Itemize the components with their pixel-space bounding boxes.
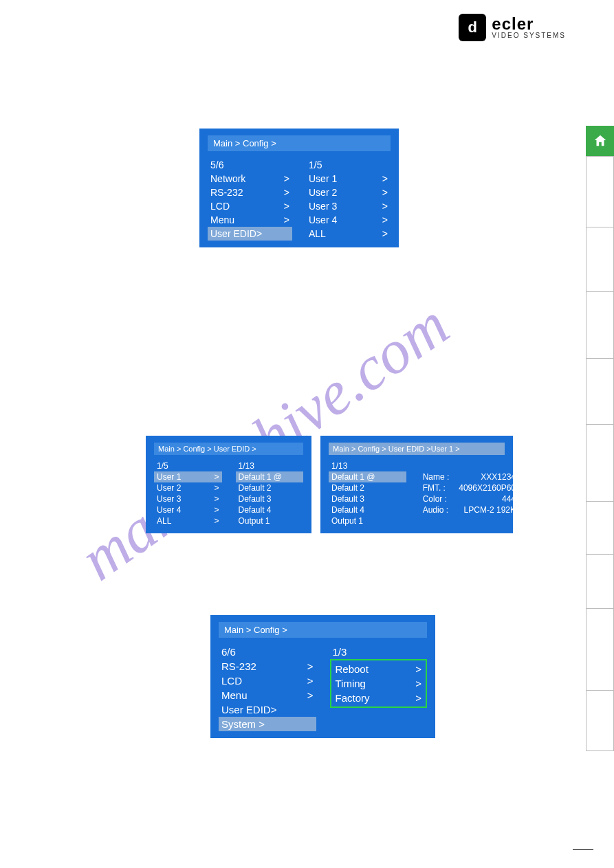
home-icon: [593, 133, 608, 148]
left-column: 5/6 Network>RS-232>LCD>Menu>User EDID>: [208, 158, 292, 241]
detail-row: Name :XXX1234: [420, 471, 518, 482]
chevron-right-icon: >: [378, 228, 388, 239]
default-select-item[interactable]: Default 2: [236, 482, 304, 493]
config-menu-label: Network: [210, 173, 280, 184]
home-button[interactable]: [586, 126, 614, 156]
detail-key: Color :: [423, 494, 447, 504]
config-user-edid-panel: Main > Config > 5/6 Network>RS-232>LCD>M…: [199, 129, 399, 247]
default-select-label: Default 3: [239, 494, 272, 504]
chevron-right-icon: >: [280, 187, 289, 198]
system-option-label: Factory: [336, 692, 370, 704]
sidebar-item-9[interactable]: [586, 691, 614, 751]
user-select-label: User 1: [157, 472, 181, 482]
default-select-label: Default 4: [331, 505, 364, 515]
detail-value: 444: [502, 494, 516, 504]
config-menu-item[interactable]: Menu>: [219, 688, 316, 702]
sidebar-item-1[interactable]: [586, 156, 614, 227]
config-menu-item[interactable]: RS-232>: [219, 659, 316, 674]
page-indicator: 1/3: [330, 645, 428, 659]
config-menu-label: Menu: [210, 214, 280, 225]
detail-row: Color :444: [420, 493, 518, 504]
default-select-item[interactable]: Default 3: [329, 493, 406, 504]
config-menu-label: LCD: [210, 201, 280, 212]
config-menu-item[interactable]: LCD>: [219, 674, 316, 688]
page-indicator: 1/5: [154, 460, 222, 471]
page-indicator: 1/13: [329, 460, 406, 471]
sidebar-item-2[interactable]: [586, 227, 614, 292]
detail-value: LPCM-2 192K: [464, 505, 516, 515]
detail-row: FMT. :4096X2160P60: [420, 482, 518, 493]
system-option-item[interactable]: Factory>: [333, 691, 425, 705]
user-select-label: ALL: [309, 228, 378, 239]
user-select-item[interactable]: User 2>: [154, 482, 222, 493]
default-select-label: Default 4: [239, 505, 272, 515]
breadcrumb: Main > Config > User EDID >User 1 >: [329, 443, 505, 455]
config-menu-item[interactable]: User EDID>: [208, 227, 292, 241]
config-menu-label: User EDID>: [210, 228, 280, 239]
sidebar-item-7[interactable]: [586, 555, 614, 609]
default-select-label: Output 1: [239, 516, 270, 526]
user-select-item[interactable]: User 3>: [154, 493, 222, 504]
default-select-item[interactable]: Default 3: [236, 493, 304, 504]
right-column: 1/13 Default 1 @Default 2Default 3Defaul…: [236, 460, 304, 526]
breadcrumb: Main > Config >: [208, 135, 391, 151]
sidebar-item-6[interactable]: [586, 502, 614, 555]
left-column: 1/5 User 1>User 2>User 3>User 4>ALL>: [154, 460, 222, 526]
sidebar-item-4[interactable]: [586, 359, 614, 425]
user-select-item[interactable]: User 3>: [306, 199, 391, 213]
page-indicator: 5/6: [208, 158, 292, 172]
user-select-label: User 1: [309, 173, 378, 184]
default-select-item[interactable]: Output 1: [236, 515, 304, 526]
default-select-item[interactable]: Default 2: [329, 482, 406, 493]
config-menu-item[interactable]: Network>: [208, 172, 292, 186]
default-select-item[interactable]: Default 4: [329, 504, 406, 515]
config-menu-item[interactable]: RS-232>: [208, 186, 292, 199]
user-select-item[interactable]: User 1>: [306, 172, 391, 186]
user-select-item[interactable]: User 1>: [154, 471, 222, 482]
default-select-item[interactable]: Default 1 @: [236, 471, 304, 482]
chevron-right-icon: >: [415, 663, 421, 675]
detail-key: Name :: [423, 472, 450, 482]
user-select-item[interactable]: ALL>: [306, 227, 391, 241]
config-menu-item[interactable]: Menu>: [208, 213, 292, 227]
default-select-item[interactable]: Output 1: [329, 515, 406, 526]
config-menu-item[interactable]: LCD>: [208, 199, 292, 213]
chevron-right-icon: >: [214, 483, 219, 493]
system-options-highlight: Reboot>Timing>Factory>: [330, 659, 428, 708]
system-option-item[interactable]: Reboot>: [333, 662, 425, 676]
detail-value: 4096X2160P60: [459, 483, 516, 493]
default-select-label: Default 1 @: [331, 472, 375, 482]
default-select-item[interactable]: Default 4: [236, 504, 304, 515]
user-edid-detail-panel: Main > Config > User EDID >User 1 > 1/13…: [320, 436, 513, 533]
user-select-label: ALL: [157, 516, 171, 526]
page-indicator: 6/6: [219, 645, 316, 659]
user-select-item[interactable]: User 2>: [306, 186, 391, 199]
user-select-label: User 2: [309, 187, 378, 198]
detail-column: Name :XXX1234FMT. :4096X2160P60Color :44…: [420, 460, 518, 526]
footer-rule: [573, 849, 593, 850]
config-menu-item[interactable]: System >: [219, 717, 316, 731]
default-select-item[interactable]: Default 1 @: [329, 471, 406, 482]
user-edid-list-panel: Main > Config > User EDID > 1/5 User 1>U…: [146, 436, 311, 533]
system-option-item[interactable]: Timing>: [333, 676, 425, 691]
user-select-item[interactable]: User 4>: [306, 213, 391, 227]
sidebar-item-8[interactable]: [586, 609, 614, 691]
user-select-item[interactable]: ALL>: [154, 515, 222, 526]
page-indicator: 1/5: [306, 158, 391, 172]
config-system-panel: Main > Config > 6/6 RS-232>LCD>Menu>User…: [210, 615, 435, 738]
user-select-item[interactable]: User 4>: [154, 504, 222, 515]
breadcrumb: Main > Config > User EDID >: [154, 443, 303, 455]
sidebar-item-3[interactable]: [586, 292, 614, 359]
left-column: 1/13 Default 1 @Default 2Default 3Defaul…: [329, 460, 406, 526]
config-menu-item[interactable]: User EDID>: [219, 702, 316, 717]
config-menu-label: RS-232: [210, 187, 280, 198]
logo-subtitle: VIDEO SYSTEMS: [492, 32, 566, 39]
sidebar-item-5[interactable]: [586, 425, 614, 502]
breadcrumb: Main > Config >: [219, 622, 427, 638]
config-menu-label: LCD: [221, 675, 242, 687]
detail-key: FMT. :: [423, 483, 446, 493]
config-menu-label: Menu: [221, 689, 248, 701]
side-nav: [586, 126, 614, 751]
right-column: 1/5 User 1>User 2>User 3>User 4>ALL>: [306, 158, 391, 241]
default-select-label: Default 2: [239, 483, 272, 493]
